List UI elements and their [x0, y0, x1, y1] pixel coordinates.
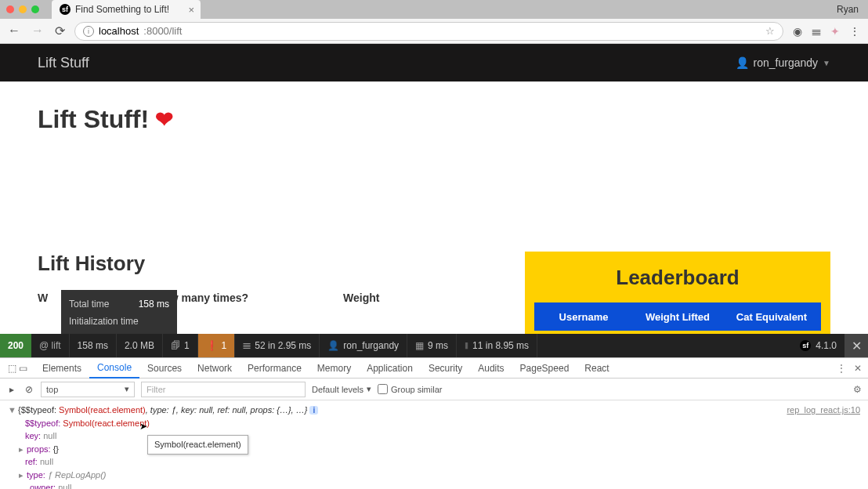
filter-placeholder: Filter: [146, 385, 165, 394]
tab-memory[interactable]: Memory: [309, 358, 359, 379]
symfony-toolbar: 200 @ lift 158 ms 2.0 MB 🗐1 ❗1 ≣52 in 2.…: [0, 334, 868, 357]
sf-warnings[interactable]: ❗1: [198, 334, 236, 357]
tab-sources[interactable]: Sources: [139, 358, 190, 379]
sf-memory[interactable]: 2.0 MB: [117, 334, 163, 357]
browser-menu-icon[interactable]: ⋮: [849, 25, 860, 38]
devtools-panel: ⬚ ▭ Elements Console Sources Network Per…: [0, 357, 868, 489]
heart-icon: ❤: [155, 107, 173, 132]
inspect-icon[interactable]: ⬚: [6, 363, 17, 374]
tab-security[interactable]: Security: [421, 358, 470, 379]
database-icon: ≣: [243, 340, 251, 351]
sf-other[interactable]: ⦀11 in 8.95 ms: [457, 334, 537, 357]
user-menu-label: ron_furgandy: [754, 56, 819, 69]
log-line[interactable]: ▸type: ƒ RepLogApp(): [8, 469, 860, 482]
devtools-menu-icon[interactable]: ⋮: [837, 363, 846, 374]
log-line[interactable]: $$typeof: Symbol(react.element): [8, 417, 860, 430]
user-icon: 👤: [736, 56, 749, 69]
group-checkbox[interactable]: [378, 384, 388, 394]
device-icon[interactable]: ▭: [17, 363, 28, 374]
back-button[interactable]: ←: [8, 24, 20, 38]
tab-network[interactable]: Network: [190, 358, 240, 379]
warning-icon: ❗: [206, 340, 218, 351]
col-weight: Weight: [343, 292, 501, 304]
sf-version[interactable]: sf4.1.0: [792, 334, 844, 357]
console-settings-icon[interactable]: ⚙: [853, 384, 862, 395]
lb-col-username: Username: [537, 311, 631, 323]
url-path: :8000/lift: [143, 25, 182, 37]
tab-audits[interactable]: Audits: [470, 358, 512, 379]
sf-db[interactable]: ≣52 in 2.95 ms: [235, 334, 320, 357]
page-title-text: Lift Stuff!: [38, 105, 149, 134]
log-line[interactable]: ▼ {$$typeof: Symbol(react.element), type…: [8, 404, 860, 417]
tab-elements[interactable]: Elements: [34, 358, 89, 379]
site-info-icon[interactable]: i: [83, 26, 94, 37]
sf-status[interactable]: 200: [0, 334, 31, 357]
tab-console[interactable]: Console: [89, 358, 139, 379]
sf-time[interactable]: 158 ms: [70, 334, 117, 357]
lb-col-cat: Cat Equivalent: [725, 311, 819, 323]
sf-twig[interactable]: ▦9 ms: [407, 334, 457, 357]
log-levels-select[interactable]: Default levels ▾: [312, 384, 371, 394]
tt-init-value: 45 ms: [143, 330, 169, 334]
os-user-label: Ryan: [837, 4, 859, 15]
console-sidebar-icon[interactable]: ▸: [6, 384, 17, 395]
bookmark-icon[interactable]: ☆: [765, 25, 775, 37]
tab-pagespeed[interactable]: PageSpeed: [512, 358, 577, 379]
page-title: Lift Stuff! ❤: [38, 105, 830, 134]
chevron-down-icon: ▾: [125, 384, 129, 394]
hover-tooltip: Symbol(react.element): [147, 435, 248, 455]
tt-total-label: Total time: [69, 299, 109, 310]
browser-tab[interactable]: sf Find Something to Lift! ×: [52, 0, 201, 19]
sf-time-tooltip: Total time158 ms Initialization time45 m…: [61, 290, 177, 334]
address-bar[interactable]: i localhost:8000/lift ☆: [74, 22, 783, 41]
tt-total-value: 158 ms: [139, 296, 169, 313]
url-host: localhost: [99, 25, 139, 37]
log-line[interactable]: _owner: null: [8, 481, 860, 489]
leaderboard-table: Username Weight Lifted Cat Equivalent: [534, 302, 821, 331]
log-line[interactable]: ▸props: {}: [8, 443, 860, 456]
tab-application[interactable]: Application: [359, 358, 421, 379]
context-label: top: [46, 385, 58, 394]
tab-react[interactable]: React: [577, 358, 617, 379]
minimize-window-icon[interactable]: [19, 5, 27, 13]
source-link[interactable]: rep_log_react.js:10: [787, 404, 860, 417]
tab-title: Find Something to Lift!: [75, 4, 169, 15]
sf-user[interactable]: 👤ron_furgandy: [320, 334, 407, 357]
lb-col-weight: Weight Lifted: [631, 311, 725, 323]
col-how-many: How many times?: [155, 292, 343, 304]
tab-performance[interactable]: Performance: [240, 358, 309, 379]
sf-close-button[interactable]: ✕: [844, 334, 868, 357]
devtools-close-icon[interactable]: ✕: [854, 363, 862, 374]
page-viewport: Lift Stuff 👤 ron_furgandy ▼ Lift Stuff! …: [0, 44, 868, 334]
address-toolbar: ← → ⟳ i localhost:8000/lift ☆ ◉ ≣ ✦ ⋮: [0, 19, 868, 44]
extension-icon[interactable]: ◉: [793, 25, 802, 38]
console-output[interactable]: rep_log_react.js:10 ▼ {$$typeof: Symbol(…: [0, 400, 868, 489]
extension-icon[interactable]: ✦: [830, 25, 840, 38]
leaderboard-title: Leaderboard: [534, 266, 821, 290]
browser-tabstrip: sf Find Something to Lift! × Ryan: [0, 0, 868, 19]
sf-forms[interactable]: 🗐1: [163, 334, 198, 357]
chevron-down-icon: ▾: [367, 384, 371, 394]
tt-init-label: Initialization time: [69, 316, 139, 327]
window-controls[interactable]: [6, 5, 39, 13]
user-menu[interactable]: 👤 ron_furgandy ▼: [736, 56, 830, 69]
history-heading: Lift History: [38, 252, 501, 276]
log-line[interactable]: ref: null: [8, 455, 860, 469]
forward-button[interactable]: →: [31, 24, 44, 38]
clear-console-icon[interactable]: ⊘: [24, 384, 34, 395]
close-window-icon[interactable]: [6, 5, 14, 13]
close-tab-icon[interactable]: ×: [188, 4, 194, 16]
extension-icon[interactable]: ≣: [812, 25, 821, 38]
console-toolbar: ▸ ⊘ top▾ Filter Default levels ▾ Group s…: [0, 379, 868, 400]
sf-route[interactable]: @ lift: [31, 334, 70, 357]
log-line[interactable]: key: null: [8, 429, 860, 443]
maximize-window-icon[interactable]: [31, 5, 39, 13]
execution-context-select[interactable]: top▾: [41, 382, 135, 397]
group-similar-toggle[interactable]: Group similar: [378, 384, 442, 394]
reload-button[interactable]: ⟳: [55, 24, 65, 38]
brand-label[interactable]: Lift Stuff: [38, 55, 89, 71]
info-badge-icon[interactable]: i: [309, 406, 318, 415]
twig-icon: ▦: [415, 340, 424, 351]
console-filter-input[interactable]: Filter: [141, 382, 306, 397]
devtools-tabs: ⬚ ▭ Elements Console Sources Network Per…: [0, 358, 868, 379]
